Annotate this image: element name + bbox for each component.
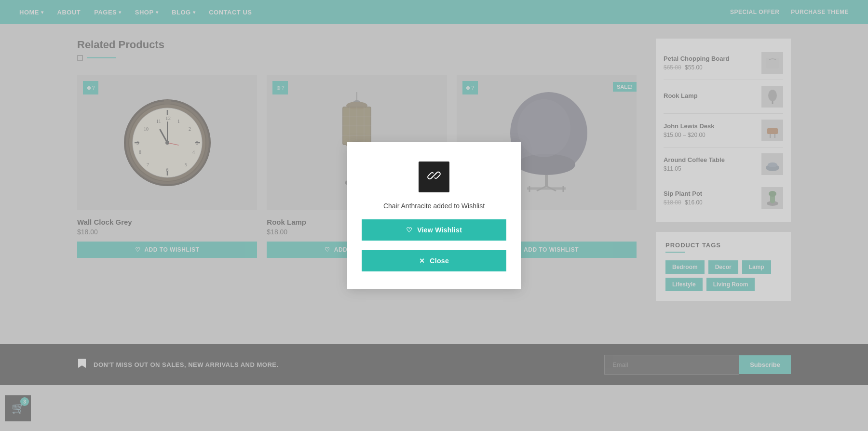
close-modal-button[interactable]: ✕ Close	[362, 250, 506, 271]
modal-box: Chair Anthracite added to Wishlist ♡ Vie…	[347, 142, 521, 289]
modal-message: Chair Anthracite added to Wishlist	[383, 202, 485, 210]
heart-fill-icon: ♡	[406, 226, 412, 234]
modal-overlay: Chair Anthracite added to Wishlist ♡ Vie…	[0, 0, 868, 431]
times-icon: ✕	[419, 257, 425, 265]
modal-icon-wrap	[419, 162, 449, 192]
wishlist-link-icon	[426, 168, 442, 187]
view-wishlist-button[interactable]: ♡ View Wishlist	[362, 219, 506, 241]
